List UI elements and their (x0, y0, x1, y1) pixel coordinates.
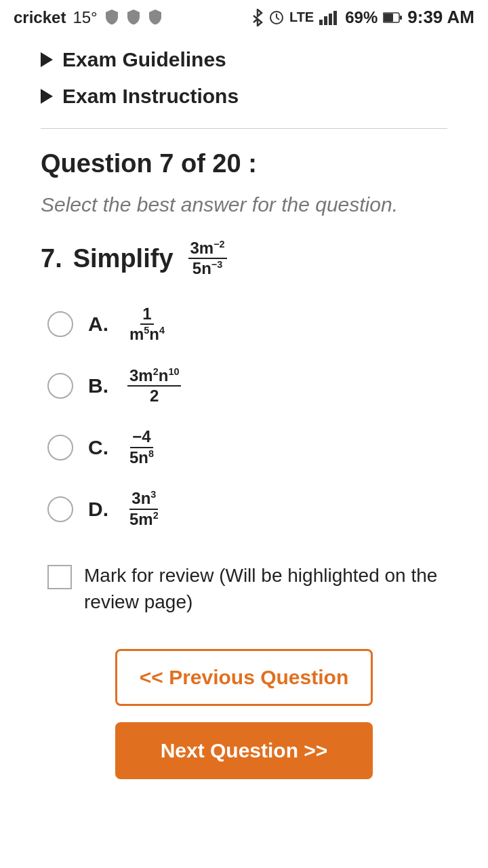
status-bar: cricket 15° LTE 69% 9:39 AM (0, 0, 488, 35)
svg-rect-4 (324, 16, 327, 25)
carrier-label: cricket (14, 8, 66, 27)
fraction-denominator: 5n−3 (190, 259, 224, 277)
review-section[interactable]: Mark for review (Will be highlighted on … (41, 562, 447, 615)
exam-guidelines-label: Exam Guidelines (62, 48, 226, 71)
status-right: LTE 69% 9:39 AM (251, 7, 474, 28)
battery-label: 69% (345, 8, 378, 27)
radio-b[interactable] (47, 373, 73, 399)
next-question-button[interactable]: Next Question >> (115, 722, 373, 779)
exam-instructions-item[interactable]: Exam Instructions (41, 78, 447, 115)
option-a-letter: A. (88, 313, 108, 336)
svg-rect-5 (329, 14, 332, 25)
option-d[interactable]: D. 3n3 5m2 (47, 490, 447, 528)
question-text: 7. Simplify 3m−2 5n−3 (41, 239, 447, 278)
shield-icon-1 (104, 9, 119, 26)
svg-rect-9 (400, 16, 402, 20)
status-left: cricket 15° (14, 8, 163, 27)
option-b-expr: 3m2n10 2 (123, 367, 181, 406)
exam-instructions-label: Exam Instructions (62, 85, 239, 108)
answer-options: A. 1 m5n4 B. 3m2n10 2 C. (41, 305, 447, 528)
option-a-expr: 1 m5n4 (123, 305, 167, 344)
question-number: 7. (41, 244, 62, 273)
option-c-letter: C. (88, 436, 108, 459)
button-section: << Previous Question Next Question >> (41, 649, 447, 800)
option-b[interactable]: B. 3m2n10 2 (47, 367, 447, 406)
instruction-text: Select the best answer for the question. (41, 191, 447, 219)
radio-d[interactable] (47, 496, 73, 522)
review-checkbox[interactable] (47, 565, 72, 589)
signal-icon (319, 10, 340, 25)
battery-icon (383, 12, 402, 23)
shield-icon-2 (126, 9, 141, 26)
svg-line-2 (277, 18, 279, 20)
previous-question-button[interactable]: << Previous Question (115, 649, 373, 706)
guidelines-arrow-icon (41, 52, 53, 67)
review-label: Mark for review (Will be highlighted on … (84, 562, 447, 615)
shield-icon-3 (148, 9, 163, 26)
fraction-numerator: 3m−2 (188, 239, 227, 259)
option-d-expr: 3n3 5m2 (123, 490, 161, 528)
section-divider (41, 128, 447, 129)
exam-guidelines-item[interactable]: Exam Guidelines (41, 41, 447, 78)
radio-a[interactable] (47, 311, 73, 337)
main-content: Exam Guidelines Exam Instructions Questi… (0, 35, 488, 827)
svg-rect-6 (333, 11, 337, 25)
question-verb: Simplify (73, 244, 174, 273)
time-label: 9:39 AM (407, 7, 474, 28)
bluetooth-icon (251, 9, 264, 26)
option-c[interactable]: C. −4 5n8 (47, 428, 447, 467)
question-header: Question 7 of 20 : (41, 149, 447, 178)
option-c-expr: −4 5n8 (123, 428, 156, 467)
option-d-letter: D. (88, 498, 108, 521)
option-b-letter: B. (88, 374, 108, 397)
svg-rect-3 (319, 20, 323, 25)
instructions-arrow-icon (41, 89, 53, 104)
clock-icon (269, 10, 284, 25)
option-a[interactable]: A. 1 m5n4 (47, 305, 447, 344)
svg-rect-8 (384, 14, 393, 22)
question-fraction: 3m−2 5n−3 (188, 239, 227, 278)
radio-c[interactable] (47, 435, 73, 460)
lte-label: LTE (289, 9, 314, 25)
temp-label: 15° (73, 8, 97, 27)
